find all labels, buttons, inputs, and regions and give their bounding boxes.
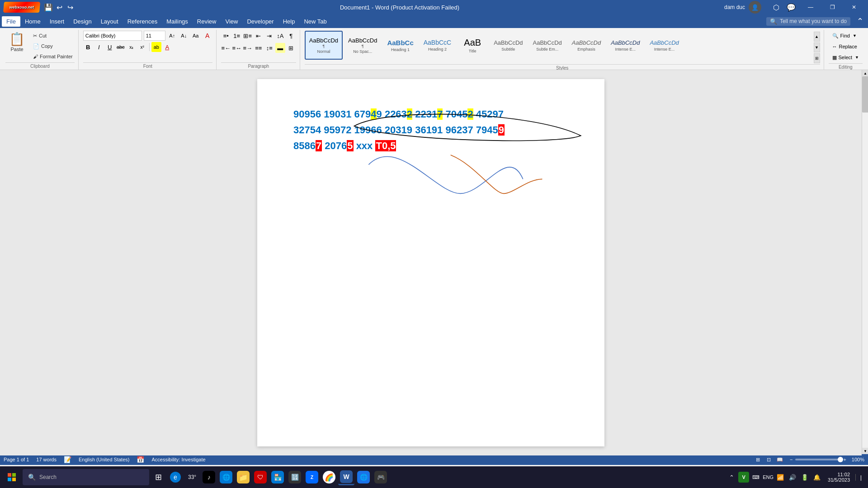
- cut-button[interactable]: ✂ Cut: [31, 31, 75, 41]
- paste-button[interactable]: 📋 Paste: [5, 31, 28, 53]
- strikethrough-button[interactable]: abc: [116, 42, 126, 52]
- font-size-input[interactable]: [144, 31, 165, 41]
- style-intense-em2[interactable]: AaBbCcDd Intense E...: [645, 31, 683, 60]
- menu-mailings[interactable]: Mailings: [162, 16, 193, 27]
- menu-newtab[interactable]: New Tab: [299, 16, 331, 27]
- numbering-btn[interactable]: 1≡: [232, 31, 242, 41]
- menu-insert[interactable]: Insert: [45, 16, 69, 27]
- multilevel-btn[interactable]: ⊞≡: [243, 31, 253, 41]
- scroll-thumb[interactable]: [862, 76, 868, 113]
- zoom-slider-track[interactable]: [795, 459, 840, 460]
- subscript-button[interactable]: x₂: [127, 42, 137, 52]
- format-painter-button[interactable]: 🖌 Format Painter: [31, 52, 75, 61]
- align-right-btn[interactable]: ≡→: [243, 43, 253, 53]
- sort-btn[interactable]: ↕A: [275, 31, 285, 41]
- wifi-icon[interactable]: 📶: [775, 472, 786, 483]
- web-layout-btn[interactable]: ⊡: [764, 455, 774, 464]
- tiktok-btn[interactable]: ♪: [201, 469, 217, 485]
- read-mode-btn[interactable]: 📖: [775, 455, 784, 464]
- word-btn[interactable]: W: [338, 469, 354, 485]
- style-nospace[interactable]: AaBbCcDd ¶ No Spac...: [344, 31, 382, 60]
- clear-formatting-btn[interactable]: A: [203, 31, 212, 41]
- menu-developer[interactable]: Developer: [242, 16, 278, 27]
- viettel-icon[interactable]: V: [738, 472, 749, 483]
- menu-file[interactable]: File: [2, 16, 20, 27]
- antivirus-btn[interactable]: 🛡: [252, 469, 269, 485]
- zoom-out-btn[interactable]: −: [790, 457, 793, 462]
- quick-save[interactable]: 💾: [43, 2, 53, 12]
- scroll-track[interactable]: [862, 76, 868, 448]
- menu-layout[interactable]: Layout: [96, 16, 123, 27]
- italic-button[interactable]: I: [94, 42, 104, 52]
- find-button[interactable]: 🔍 Find ▼: [829, 31, 863, 41]
- show-desktop-btn[interactable]: |: [855, 474, 866, 481]
- select-button[interactable]: ▦ Select ▼: [829, 52, 863, 62]
- style-subtle-em[interactable]: AaBbCcDd Subtle Em...: [528, 31, 566, 60]
- style-intense-em[interactable]: AaBbCcDd Intense E...: [606, 31, 644, 60]
- tray-icon1[interactable]: ⌃: [726, 472, 737, 483]
- taskview-btn[interactable]: ⊞: [150, 469, 166, 485]
- taskbar-search-box[interactable]: 🔍 Search: [23, 469, 149, 485]
- calc-btn[interactable]: 🔢: [287, 469, 303, 485]
- zalo-btn[interactable]: Z: [304, 469, 320, 485]
- styles-scroll-up[interactable]: ▲: [814, 32, 820, 42]
- underline-button[interactable]: U: [105, 42, 115, 52]
- line-spacing-btn[interactable]: ↕≡: [264, 43, 274, 53]
- borders-btn[interactable]: ⊞: [286, 43, 296, 53]
- browser-btn[interactable]: 🌐: [218, 469, 234, 485]
- keyboard-icon[interactable]: ⌨: [750, 472, 761, 483]
- volume-icon[interactable]: 🔊: [787, 472, 798, 483]
- maximize-button[interactable]: ❐: [822, 0, 843, 14]
- quick-redo[interactable]: ↪: [65, 2, 75, 12]
- increase-indent-btn[interactable]: ⇥: [264, 31, 274, 41]
- clock[interactable]: 11:02 31/5/2023: [824, 472, 854, 483]
- style-subtitle[interactable]: AaBbCcDd Subtitle: [489, 31, 527, 60]
- font-color-btn[interactable]: A: [162, 42, 172, 52]
- justify-btn[interactable]: ≡≡: [254, 43, 264, 53]
- menu-view[interactable]: View: [221, 16, 242, 27]
- decrease-font-btn[interactable]: A↓: [179, 31, 189, 41]
- start-button[interactable]: [2, 467, 22, 487]
- styles-expand[interactable]: ⊞: [814, 53, 820, 63]
- shading-btn[interactable]: ▬: [275, 43, 285, 53]
- scroll-up-arrow[interactable]: ▲: [862, 70, 868, 76]
- chrome-btn[interactable]: 🌈: [321, 469, 337, 485]
- document-area[interactable]: 90956 19031 67949 22632 22317 70452 4529…: [0, 70, 862, 455]
- comments-btn[interactable]: 💬: [784, 2, 798, 13]
- style-emphasis[interactable]: AaBbCcDd Emphasis: [567, 31, 605, 60]
- superscript-button[interactable]: x²: [137, 42, 147, 52]
- close-button[interactable]: ✕: [844, 0, 864, 14]
- minimize-button[interactable]: —: [800, 0, 821, 14]
- zoom-in-btn[interactable]: +: [843, 457, 846, 462]
- increase-font-btn[interactable]: A↑: [167, 31, 177, 41]
- quick-undo[interactable]: ↩: [54, 2, 64, 12]
- style-title[interactable]: AaB Title: [457, 31, 488, 60]
- style-heading1[interactable]: AaBbCc Heading 1: [382, 31, 418, 60]
- notification-icon[interactable]: 🔔: [811, 472, 822, 483]
- collapse-ribbon-btn[interactable]: ⌃: [854, 15, 866, 27]
- font-name-input[interactable]: [83, 31, 142, 41]
- menu-help[interactable]: Help: [278, 16, 300, 27]
- style-normal[interactable]: AaBbCcDd ¶ Normal: [305, 31, 343, 60]
- print-layout-btn[interactable]: ⊞: [754, 455, 763, 464]
- game-btn[interactable]: 🎮: [373, 469, 389, 485]
- bullets-btn[interactable]: ≡•: [221, 31, 231, 41]
- file-explorer-btn[interactable]: 📁: [235, 469, 251, 485]
- align-center-btn[interactable]: ≡↔: [232, 43, 242, 53]
- align-left-btn[interactable]: ≡←: [221, 43, 231, 53]
- change-case-btn[interactable]: Aa: [191, 31, 201, 41]
- user-avatar[interactable]: 👤: [749, 1, 761, 14]
- menu-home[interactable]: Home: [20, 16, 45, 27]
- replace-button[interactable]: ↔ Replace: [829, 42, 863, 52]
- menu-references[interactable]: References: [123, 16, 162, 27]
- copy-button[interactable]: 📄 Copy: [31, 41, 75, 51]
- style-heading2[interactable]: AaBbCcC Heading 2: [419, 31, 456, 60]
- ie-btn[interactable]: 🌐: [355, 469, 372, 485]
- store-btn[interactable]: 🏪: [269, 469, 286, 485]
- styles-scroll-down[interactable]: ▼: [814, 42, 820, 52]
- scroll-down-arrow[interactable]: ▼: [862, 448, 868, 454]
- share-btn[interactable]: ⬡: [770, 2, 782, 13]
- lang-icon[interactable]: ENG: [763, 472, 774, 483]
- search-bar[interactable]: 🔍 Tell me what you want to do: [766, 17, 850, 26]
- edge-btn[interactable]: e: [167, 469, 184, 485]
